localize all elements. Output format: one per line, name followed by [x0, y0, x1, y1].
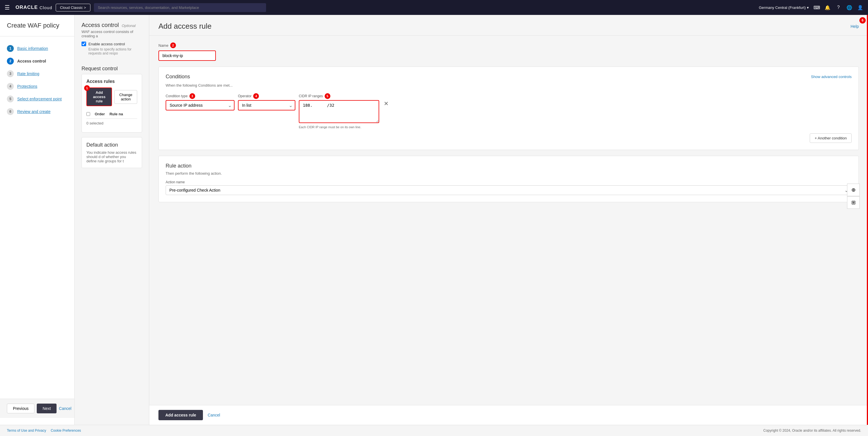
- name-input[interactable]: [158, 51, 216, 61]
- action-name-label: Action name: [166, 180, 851, 184]
- help-link[interactable]: Help: [850, 24, 859, 29]
- sidebar-step-3[interactable]: 3 Rate limiting: [0, 67, 74, 80]
- order-column: Order: [95, 112, 105, 116]
- operator-badge: 4: [253, 93, 259, 99]
- chevron-down-icon: ▾: [807, 5, 809, 10]
- add-rule-badge: 1: [84, 85, 90, 91]
- right-panel: 6 Add access rule Help Name 2: [149, 15, 868, 425]
- page-outer: Create WAF policy 1 Basic information 2 …: [0, 15, 868, 436]
- cookies-link[interactable]: Cookie Preferences: [51, 429, 81, 433]
- name-section: Name 2: [158, 42, 859, 61]
- action-select[interactable]: Pre-configured Check Action: [166, 185, 851, 195]
- condition-type-wrapper: Source IP address: [166, 100, 235, 110]
- right-panel-footer: Add access rule Cancel: [149, 405, 868, 425]
- condition-row: Condition type 3 Source IP address: [166, 93, 851, 129]
- hamburger-icon[interactable]: ☰: [5, 4, 10, 11]
- bell-icon[interactable]: 🔔: [825, 4, 831, 11]
- condition-type-select[interactable]: Source IP address: [166, 100, 235, 110]
- add-access-rule-footer-button[interactable]: Add access rule: [158, 410, 203, 420]
- right-panel-body: Name 2 Conditions Show advanced controls…: [149, 36, 868, 405]
- bottom-footer: Terms of Use and Privacy Cookie Preferen…: [0, 425, 868, 436]
- step-number-5: 5: [7, 96, 14, 102]
- cidr-badge: 5: [324, 93, 330, 99]
- cidr-textarea[interactable]: 188. /32: [299, 100, 379, 123]
- name-badge: 2: [170, 42, 176, 48]
- optional-label: Optional: [122, 24, 135, 28]
- action-select-wrapper: Pre-configured Check Action: [166, 185, 851, 195]
- access-rules-toolbar: 1 Add access rule Change action: [86, 88, 137, 106]
- badge-6: 6: [859, 17, 866, 24]
- red-border-right: [867, 15, 868, 425]
- left-content-panel: Access control Optional WAF access contr…: [74, 15, 149, 425]
- default-action-title: Default action: [86, 142, 137, 148]
- rule-action-section: Rule action Then perform the following a…: [158, 156, 859, 202]
- step-label-3: Rate limiting: [17, 71, 39, 76]
- rule-name-column: Rule na: [110, 112, 123, 116]
- enable-sub: Enable to specify actions for requests a…: [82, 47, 142, 55]
- sidebar-title: Create WAF policy: [0, 22, 74, 36]
- step-label-5: Select enforcement point: [17, 97, 62, 101]
- table-header: Order Rule na: [86, 109, 137, 119]
- page-content: Create WAF policy 1 Basic information 2 …: [0, 15, 868, 425]
- conditions-subtitle: When the following Conditions are met...: [166, 83, 851, 88]
- add-access-rule-button[interactable]: 1 Add access rule: [86, 88, 112, 106]
- next-button[interactable]: Next: [37, 404, 57, 413]
- floating-grid-button[interactable]: ⊞: [847, 196, 860, 209]
- cidr-label: CIDR IP ranges 5: [299, 93, 379, 99]
- terms-link[interactable]: Terms of Use and Privacy: [7, 429, 46, 433]
- cancel-footer-link[interactable]: Cancel: [208, 413, 220, 417]
- operator-field: Operator 4 In list: [238, 93, 296, 110]
- another-condition-button[interactable]: + Another condition: [810, 133, 851, 143]
- operator-select[interactable]: In list: [238, 100, 296, 110]
- logo-oracle: ORACLE: [16, 5, 38, 10]
- sidebar-step-1[interactable]: 1 Basic information: [0, 42, 74, 55]
- request-control-section: Request control Access rules 1 Add acces…: [82, 66, 142, 168]
- sidebar-steps: 1 Basic information 2 Access control 3 R…: [0, 36, 74, 124]
- floating-help-button[interactable]: ⊕: [847, 183, 860, 196]
- wizard-footer: Previous Next Cancel: [0, 399, 74, 418]
- search-input[interactable]: [94, 3, 266, 12]
- step-number-2: 2: [7, 58, 14, 65]
- conditions-title: Conditions: [166, 74, 190, 80]
- step-number-1: 1: [7, 45, 14, 52]
- cidr-hint: Each CIDR IP range must be on its own li…: [299, 125, 379, 129]
- sidebar: Create WAF policy 1 Basic information 2 …: [0, 15, 74, 425]
- globe-icon[interactable]: 🌐: [846, 4, 852, 11]
- region-label: Germany Central (Frankfurt): [759, 5, 806, 10]
- sidebar-step-5[interactable]: 5 Select enforcement point: [0, 93, 74, 105]
- select-all-checkbox[interactable]: [86, 112, 90, 116]
- user-icon[interactable]: 👤: [857, 4, 863, 11]
- step-number-4: 4: [7, 83, 14, 90]
- action-name-field: Action name Pre-configured Check Action: [166, 180, 851, 195]
- cancel-button[interactable]: Cancel: [59, 404, 71, 413]
- search-bar: [94, 3, 266, 12]
- logo-cloud: Cloud: [40, 5, 52, 10]
- rule-action-title: Rule action: [166, 163, 851, 169]
- sidebar-step-2[interactable]: 2 Access control: [0, 55, 74, 67]
- access-rules-title: Access rules: [86, 79, 137, 84]
- sidebar-step-6[interactable]: 6 Review and create: [0, 105, 74, 118]
- previous-button[interactable]: Previous: [7, 404, 34, 413]
- access-control-title: Access control: [82, 22, 119, 28]
- help-icon[interactable]: ?: [835, 4, 842, 11]
- terminal-icon[interactable]: ⌨: [813, 4, 820, 11]
- enable-access-control-row[interactable]: Enable access control: [82, 42, 142, 46]
- right-panel-header: Add access rule Help: [149, 15, 868, 36]
- sidebar-step-4[interactable]: 4 Protections: [0, 80, 74, 93]
- condition-type-field: Condition type 3 Source IP address: [166, 93, 235, 110]
- condition-type-badge: 3: [189, 93, 195, 99]
- operator-label: Operator 4: [238, 93, 296, 99]
- operator-wrapper: In list: [238, 100, 296, 110]
- enable-access-control-checkbox[interactable]: [82, 42, 86, 46]
- step-label-1: Basic information: [17, 46, 48, 51]
- cloud-classic-button[interactable]: Cloud Classic >: [56, 4, 90, 11]
- name-field-label: Name 2: [158, 42, 859, 48]
- region-selector[interactable]: Germany Central (Frankfurt) ▾: [759, 5, 809, 10]
- copyright-text: Copyright © 2024, Oracle and/or its affi…: [763, 429, 861, 433]
- remove-condition-button[interactable]: ✕: [383, 100, 390, 107]
- show-advanced-link[interactable]: Show advanced controls: [811, 75, 851, 79]
- nav-icons: ⌨ 🔔 ? 🌐 👤: [813, 4, 863, 11]
- oracle-logo: ORACLE Cloud: [16, 5, 52, 10]
- change-action-button[interactable]: Change action: [114, 90, 137, 104]
- rule-action-subtitle: Then perform the following action.: [166, 171, 851, 175]
